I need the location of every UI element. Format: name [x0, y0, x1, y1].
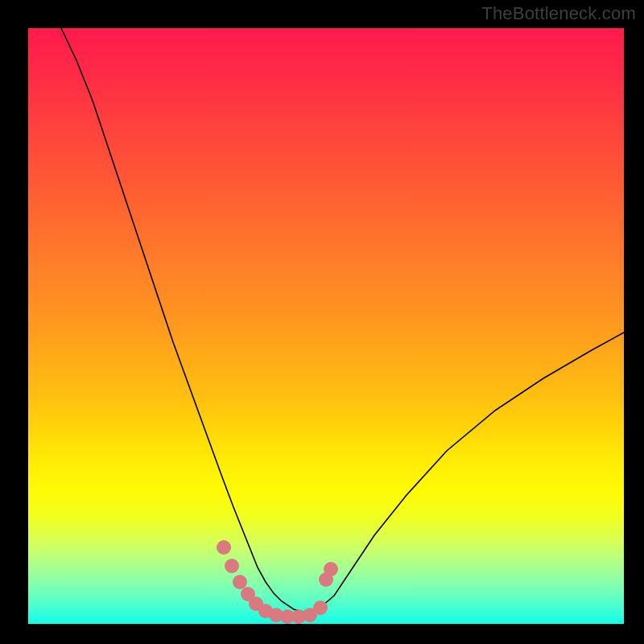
highlight-point: [225, 559, 239, 573]
highlight-point: [324, 562, 338, 576]
highlight-point: [217, 540, 231, 555]
highlight-points-group: [217, 540, 338, 624]
highlight-point: [313, 601, 328, 615]
chart-svg: [28, 28, 624, 624]
watermark-text: TheBottleneck.com: [481, 3, 636, 24]
chart-plot-area: [28, 28, 624, 624]
bottleneck-curve: [61, 28, 624, 613]
highlight-point: [233, 575, 247, 589]
